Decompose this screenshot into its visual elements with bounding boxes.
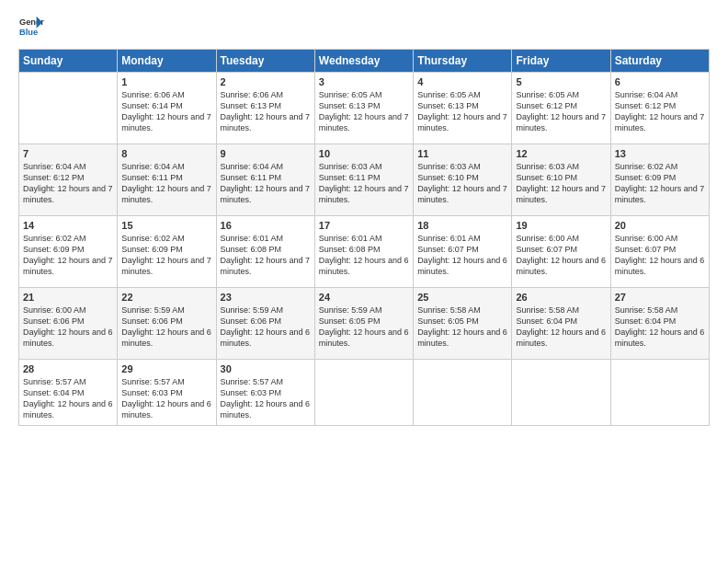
day-info: Sunrise: 6:00 AM Sunset: 6:06 PM Dayligh… bbox=[23, 304, 113, 350]
calendar-cell: 4Sunrise: 6:05 AM Sunset: 6:13 PM Daylig… bbox=[414, 73, 512, 144]
header: GeneralBlue bbox=[18, 14, 710, 40]
calendar-cell: 14Sunrise: 6:02 AM Sunset: 6:09 PM Dayli… bbox=[19, 216, 118, 288]
calendar-cell bbox=[610, 360, 709, 426]
day-info: Sunrise: 6:04 AM Sunset: 6:11 PM Dayligh… bbox=[221, 161, 311, 206]
weekday-header-monday: Monday bbox=[118, 50, 216, 73]
day-number: 29 bbox=[121, 363, 211, 374]
day-number: 5 bbox=[516, 76, 606, 87]
calendar-cell: 20Sunrise: 6:00 AM Sunset: 6:07 PM Dayli… bbox=[610, 216, 709, 288]
calendar-cell: 28Sunrise: 5:57 AM Sunset: 6:04 PM Dayli… bbox=[19, 360, 118, 426]
day-number: 2 bbox=[221, 76, 311, 87]
day-number: 15 bbox=[121, 220, 211, 231]
day-info: Sunrise: 6:05 AM Sunset: 6:13 PM Dayligh… bbox=[417, 89, 507, 134]
day-number: 22 bbox=[121, 292, 211, 303]
day-number: 6 bbox=[615, 76, 705, 87]
day-number: 26 bbox=[516, 292, 606, 303]
calendar-cell: 30Sunrise: 5:57 AM Sunset: 6:03 PM Dayli… bbox=[216, 360, 314, 426]
calendar-cell bbox=[314, 360, 413, 426]
calendar-cell: 12Sunrise: 6:03 AM Sunset: 6:10 PM Dayli… bbox=[512, 144, 610, 216]
calendar-cell: 29Sunrise: 5:57 AM Sunset: 6:03 PM Dayli… bbox=[118, 360, 216, 426]
weekday-header-sunday: Sunday bbox=[19, 50, 118, 73]
day-info: Sunrise: 6:01 AM Sunset: 6:08 PM Dayligh… bbox=[319, 233, 409, 278]
day-number: 18 bbox=[417, 220, 507, 231]
day-number: 3 bbox=[319, 76, 409, 87]
weekday-header-tuesday: Tuesday bbox=[216, 50, 314, 73]
day-info: Sunrise: 6:06 AM Sunset: 6:14 PM Dayligh… bbox=[121, 89, 211, 134]
calendar-cell: 1Sunrise: 6:06 AM Sunset: 6:14 PM Daylig… bbox=[118, 73, 216, 144]
calendar-cell: 16Sunrise: 6:01 AM Sunset: 6:08 PM Dayli… bbox=[216, 216, 314, 288]
day-info: Sunrise: 6:03 AM Sunset: 6:10 PM Dayligh… bbox=[417, 161, 507, 206]
weekday-header-wednesday: Wednesday bbox=[314, 50, 413, 73]
logo: GeneralBlue bbox=[18, 14, 44, 40]
day-number: 19 bbox=[516, 220, 606, 231]
calendar-cell: 2Sunrise: 6:06 AM Sunset: 6:13 PM Daylig… bbox=[216, 73, 314, 144]
day-info: Sunrise: 6:02 AM Sunset: 6:09 PM Dayligh… bbox=[615, 161, 705, 206]
weekday-header-saturday: Saturday bbox=[610, 50, 709, 73]
day-info: Sunrise: 6:05 AM Sunset: 6:12 PM Dayligh… bbox=[516, 89, 606, 134]
day-number: 12 bbox=[516, 148, 606, 159]
day-info: Sunrise: 5:58 AM Sunset: 6:04 PM Dayligh… bbox=[615, 304, 705, 350]
day-number: 24 bbox=[319, 292, 409, 303]
calendar-cell: 26Sunrise: 5:58 AM Sunset: 6:04 PM Dayli… bbox=[512, 288, 610, 360]
calendar-cell bbox=[19, 73, 118, 144]
day-number: 10 bbox=[319, 148, 409, 159]
day-info: Sunrise: 6:03 AM Sunset: 6:10 PM Dayligh… bbox=[516, 161, 606, 206]
calendar-cell: 7Sunrise: 6:04 AM Sunset: 6:12 PM Daylig… bbox=[19, 144, 118, 216]
logo-icon: GeneralBlue bbox=[18, 14, 44, 40]
calendar-cell: 3Sunrise: 6:05 AM Sunset: 6:13 PM Daylig… bbox=[314, 73, 413, 144]
calendar-cell: 8Sunrise: 6:04 AM Sunset: 6:11 PM Daylig… bbox=[118, 144, 216, 216]
day-info: Sunrise: 5:57 AM Sunset: 6:04 PM Dayligh… bbox=[23, 376, 113, 421]
day-number: 4 bbox=[417, 76, 507, 87]
day-info: Sunrise: 5:59 AM Sunset: 6:05 PM Dayligh… bbox=[319, 304, 409, 350]
weekday-header-thursday: Thursday bbox=[414, 50, 512, 73]
day-info: Sunrise: 6:05 AM Sunset: 6:13 PM Dayligh… bbox=[319, 89, 409, 134]
day-info: Sunrise: 6:00 AM Sunset: 6:07 PM Dayligh… bbox=[615, 233, 705, 278]
day-info: Sunrise: 5:57 AM Sunset: 6:03 PM Dayligh… bbox=[121, 376, 211, 421]
calendar-page: GeneralBlue SundayMondayTuesdayWednesday… bbox=[0, 0, 728, 563]
week-row-4: 21Sunrise: 6:00 AM Sunset: 6:06 PM Dayli… bbox=[19, 288, 710, 360]
calendar-cell: 24Sunrise: 5:59 AM Sunset: 6:05 PM Dayli… bbox=[314, 288, 413, 360]
day-info: Sunrise: 6:01 AM Sunset: 6:08 PM Dayligh… bbox=[221, 233, 311, 278]
calendar-cell: 9Sunrise: 6:04 AM Sunset: 6:11 PM Daylig… bbox=[216, 144, 314, 216]
calendar-cell: 10Sunrise: 6:03 AM Sunset: 6:11 PM Dayli… bbox=[314, 144, 413, 216]
day-number: 7 bbox=[23, 148, 113, 159]
calendar-cell: 6Sunrise: 6:04 AM Sunset: 6:12 PM Daylig… bbox=[610, 73, 709, 144]
calendar-cell bbox=[414, 360, 512, 426]
calendar-cell: 15Sunrise: 6:02 AM Sunset: 6:09 PM Dayli… bbox=[118, 216, 216, 288]
weekday-header-row: SundayMondayTuesdayWednesdayThursdayFrid… bbox=[19, 50, 710, 73]
day-number: 16 bbox=[221, 220, 311, 231]
day-number: 1 bbox=[121, 76, 211, 87]
day-number: 28 bbox=[23, 363, 113, 374]
day-number: 27 bbox=[615, 292, 705, 303]
calendar-cell: 21Sunrise: 6:00 AM Sunset: 6:06 PM Dayli… bbox=[19, 288, 118, 360]
day-number: 21 bbox=[23, 292, 113, 303]
day-number: 30 bbox=[221, 363, 311, 374]
week-row-1: 1Sunrise: 6:06 AM Sunset: 6:14 PM Daylig… bbox=[19, 73, 710, 144]
day-number: 13 bbox=[615, 148, 705, 159]
day-number: 17 bbox=[319, 220, 409, 231]
day-info: Sunrise: 5:58 AM Sunset: 6:04 PM Dayligh… bbox=[516, 304, 606, 350]
day-info: Sunrise: 5:59 AM Sunset: 6:06 PM Dayligh… bbox=[221, 304, 311, 350]
weekday-header-friday: Friday bbox=[512, 50, 610, 73]
calendar-table: SundayMondayTuesdayWednesdayThursdayFrid… bbox=[18, 49, 710, 426]
day-number: 23 bbox=[221, 292, 311, 303]
day-info: Sunrise: 6:04 AM Sunset: 6:11 PM Dayligh… bbox=[121, 161, 211, 206]
day-info: Sunrise: 6:06 AM Sunset: 6:13 PM Dayligh… bbox=[221, 89, 311, 134]
calendar-cell: 18Sunrise: 6:01 AM Sunset: 6:07 PM Dayli… bbox=[414, 216, 512, 288]
day-info: Sunrise: 6:02 AM Sunset: 6:09 PM Dayligh… bbox=[23, 233, 113, 278]
week-row-2: 7Sunrise: 6:04 AM Sunset: 6:12 PM Daylig… bbox=[19, 144, 710, 216]
day-number: 25 bbox=[417, 292, 507, 303]
day-info: Sunrise: 5:59 AM Sunset: 6:06 PM Dayligh… bbox=[121, 304, 211, 350]
day-info: Sunrise: 6:01 AM Sunset: 6:07 PM Dayligh… bbox=[417, 233, 507, 278]
calendar-cell bbox=[512, 360, 610, 426]
day-number: 8 bbox=[121, 148, 211, 159]
day-number: 9 bbox=[221, 148, 311, 159]
calendar-cell: 17Sunrise: 6:01 AM Sunset: 6:08 PM Dayli… bbox=[314, 216, 413, 288]
day-info: Sunrise: 6:03 AM Sunset: 6:11 PM Dayligh… bbox=[319, 161, 409, 206]
calendar-cell: 22Sunrise: 5:59 AM Sunset: 6:06 PM Dayli… bbox=[118, 288, 216, 360]
week-row-5: 28Sunrise: 5:57 AM Sunset: 6:04 PM Dayli… bbox=[19, 360, 710, 426]
calendar-cell: 13Sunrise: 6:02 AM Sunset: 6:09 PM Dayli… bbox=[610, 144, 709, 216]
svg-text:Blue: Blue bbox=[19, 28, 38, 37]
day-number: 11 bbox=[417, 148, 507, 159]
calendar-cell: 11Sunrise: 6:03 AM Sunset: 6:10 PM Dayli… bbox=[414, 144, 512, 216]
